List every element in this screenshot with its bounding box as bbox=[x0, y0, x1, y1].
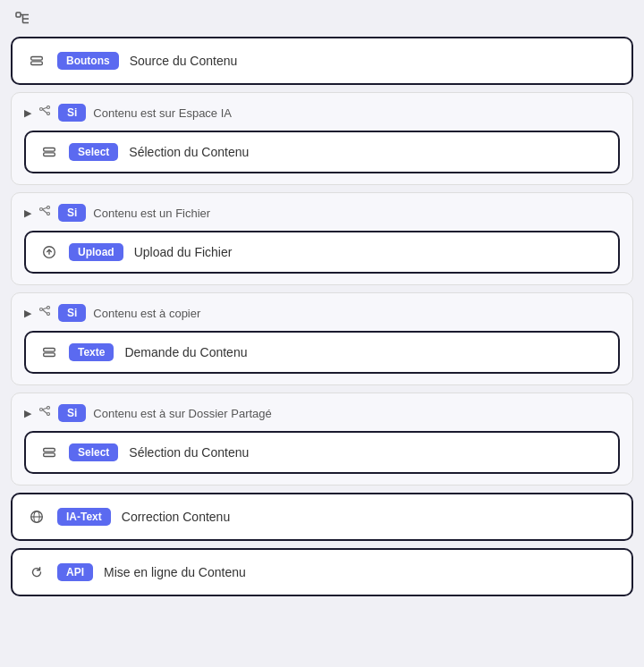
svg-line-32 bbox=[43, 409, 47, 413]
svg-line-11 bbox=[43, 109, 47, 113]
condition-group-dossier: ▶ Si Contenu est à sur Dossier Partagé bbox=[11, 393, 633, 485]
svg-point-7 bbox=[40, 107, 43, 110]
svg-point-23 bbox=[47, 312, 50, 315]
upload-badge: Upload bbox=[69, 243, 123, 261]
svg-line-18 bbox=[43, 209, 47, 213]
svg-line-17 bbox=[43, 207, 47, 209]
svg-rect-6 bbox=[31, 62, 43, 65]
svg-rect-12 bbox=[44, 148, 55, 152]
api-badge: API bbox=[57, 563, 93, 581]
boutons-badge: Boutons bbox=[57, 52, 119, 70]
globe-icon bbox=[27, 507, 47, 527]
branch-icon-2 bbox=[38, 206, 51, 221]
svg-point-29 bbox=[47, 406, 50, 409]
svg-point-15 bbox=[47, 206, 50, 208]
svg-point-9 bbox=[47, 112, 50, 114]
svg-point-14 bbox=[40, 207, 43, 210]
svg-point-30 bbox=[47, 412, 50, 415]
select-card-2[interactable]: Select Sélection du Contenu bbox=[24, 431, 620, 474]
texte-card[interactable]: Texte Demande du Contenu bbox=[24, 331, 620, 374]
correction-contenu-label: Correction Contenu bbox=[122, 510, 230, 524]
demande-contenu-label: Demande du Contenu bbox=[124, 345, 247, 359]
selection-contenu-label-2: Sélection du Contenu bbox=[129, 445, 249, 460]
svg-rect-13 bbox=[44, 153, 55, 156]
condition-header-espace-ia[interactable]: ▶ Si Contenu est sur Espace IA bbox=[24, 104, 620, 122]
svg-line-10 bbox=[43, 107, 47, 109]
condition-group-fichier: ▶ Si Contenu est un Fichier bbox=[11, 192, 633, 285]
source-contenu-label: Source du Contenu bbox=[130, 54, 238, 68]
tree-root-icon bbox=[11, 11, 633, 30]
ia-text-badge: IA-Text bbox=[57, 508, 111, 526]
refresh-icon bbox=[27, 562, 47, 582]
source-contenu-card[interactable]: Boutons Source du Contenu bbox=[11, 37, 633, 85]
select-card-icon-2 bbox=[40, 443, 58, 461]
condition-group-espace-ia: ▶ Si Contenu est sur Espace IA bbox=[11, 92, 633, 185]
correction-contenu-card[interactable]: IA-Text Correction Contenu bbox=[11, 493, 633, 541]
condition-groups-container: ▶ Si Contenu est sur Espace IA bbox=[11, 92, 633, 485]
branch-icon-1 bbox=[38, 106, 51, 121]
select-badge-1: Select bbox=[69, 143, 118, 161]
svg-rect-26 bbox=[44, 349, 55, 352]
condition-header-fichier[interactable]: ▶ Si Contenu est un Fichier bbox=[24, 204, 620, 222]
select-card-1[interactable]: Select Sélection du Contenu bbox=[24, 131, 620, 173]
svg-point-28 bbox=[40, 408, 43, 410]
condition-label-2: Contenu est un Fichier bbox=[93, 207, 210, 220]
si-badge-4: Si bbox=[58, 404, 86, 422]
select-card-icon-1 bbox=[40, 143, 58, 161]
svg-point-8 bbox=[47, 106, 50, 108]
svg-rect-0 bbox=[16, 13, 21, 17]
upload-card-icon bbox=[40, 243, 58, 261]
chevron-right-icon-1: ▶ bbox=[24, 107, 31, 119]
si-badge-1: Si bbox=[58, 104, 86, 122]
svg-rect-34 bbox=[44, 453, 55, 457]
chevron-right-icon-4: ▶ bbox=[24, 408, 31, 419]
upload-fichier-label: Upload du Fichier bbox=[134, 245, 233, 259]
boutons-card-icon bbox=[27, 51, 47, 71]
select-badge-2: Select bbox=[69, 443, 118, 461]
condition-header-copier[interactable]: ▶ Si Contenu est à copier bbox=[24, 304, 620, 322]
branch-icon-3 bbox=[38, 306, 51, 321]
texte-badge: Texte bbox=[69, 343, 114, 361]
chevron-right-icon-2: ▶ bbox=[24, 207, 31, 219]
svg-rect-27 bbox=[44, 353, 55, 357]
condition-group-copier: ▶ Si Contenu est à copier Texte bbox=[11, 292, 633, 385]
texte-card-icon bbox=[40, 343, 58, 361]
condition-label-3: Contenu est à copier bbox=[93, 307, 200, 320]
svg-point-21 bbox=[40, 308, 43, 310]
svg-point-22 bbox=[47, 306, 50, 308]
condition-label-1: Contenu est sur Espace IA bbox=[93, 106, 232, 120]
svg-rect-33 bbox=[44, 449, 55, 452]
si-badge-2: Si bbox=[58, 204, 86, 222]
svg-point-16 bbox=[47, 212, 50, 215]
si-badge-3: Si bbox=[58, 304, 86, 322]
condition-label-4: Contenu est à sur Dossier Partagé bbox=[93, 407, 271, 420]
upload-card[interactable]: Upload Upload du Fichier bbox=[24, 231, 620, 274]
svg-line-24 bbox=[43, 308, 47, 309]
chevron-right-icon-3: ▶ bbox=[24, 308, 31, 319]
mise-en-ligne-label: Mise en ligne du Contenu bbox=[104, 565, 246, 579]
mise-en-ligne-card[interactable]: API Mise en ligne du Contenu bbox=[11, 548, 633, 596]
svg-line-31 bbox=[43, 408, 47, 409]
branch-icon-4 bbox=[38, 406, 51, 421]
svg-line-25 bbox=[43, 309, 47, 313]
svg-rect-5 bbox=[31, 57, 43, 61]
condition-header-dossier[interactable]: ▶ Si Contenu est à sur Dossier Partagé bbox=[24, 404, 620, 422]
selection-contenu-label-1: Sélection du Contenu bbox=[129, 145, 249, 159]
